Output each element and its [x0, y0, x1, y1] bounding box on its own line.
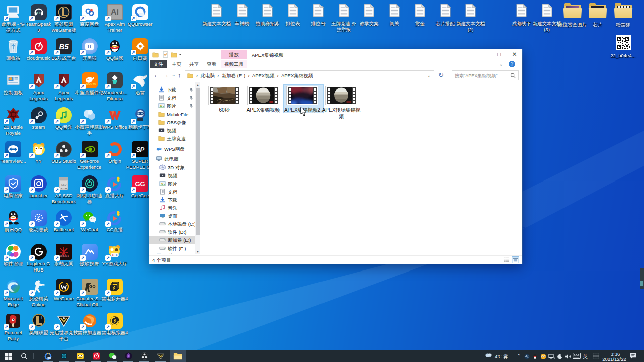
svg-text:GO: GO: [89, 284, 95, 289]
svg-text:Z: Z: [37, 215, 40, 221]
svg-text:NARAKA: NARAKA: [59, 255, 69, 258]
svg-text:DOUYU: DOUYU: [86, 82, 96, 85]
svg-text:SSD: SSD: [61, 183, 67, 186]
